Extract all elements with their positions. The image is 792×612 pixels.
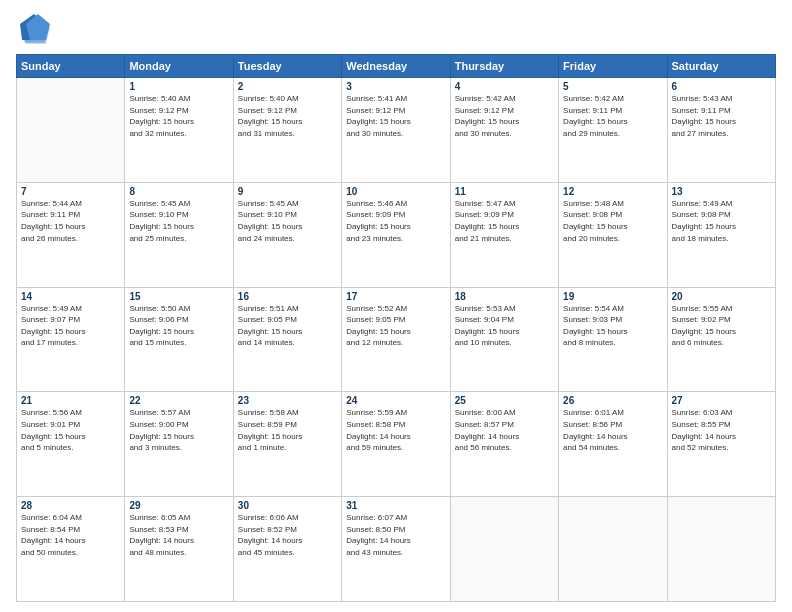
table-row: 12Sunrise: 5:48 AM Sunset: 9:08 PM Dayli…	[559, 182, 667, 287]
day-info: Sunrise: 6:06 AM Sunset: 8:52 PM Dayligh…	[238, 512, 337, 558]
table-row: 31Sunrise: 6:07 AM Sunset: 8:50 PM Dayli…	[342, 497, 450, 602]
day-number: 7	[21, 186, 120, 197]
table-row: 21Sunrise: 5:56 AM Sunset: 9:01 PM Dayli…	[17, 392, 125, 497]
table-row: 3Sunrise: 5:41 AM Sunset: 9:12 PM Daylig…	[342, 78, 450, 183]
table-row: 30Sunrise: 6:06 AM Sunset: 8:52 PM Dayli…	[233, 497, 341, 602]
table-row: 27Sunrise: 6:03 AM Sunset: 8:55 PM Dayli…	[667, 392, 775, 497]
day-number: 13	[672, 186, 771, 197]
day-info: Sunrise: 5:50 AM Sunset: 9:06 PM Dayligh…	[129, 303, 228, 349]
table-row: 4Sunrise: 5:42 AM Sunset: 9:12 PM Daylig…	[450, 78, 558, 183]
table-row: 5Sunrise: 5:42 AM Sunset: 9:11 PM Daylig…	[559, 78, 667, 183]
table-row: 20Sunrise: 5:55 AM Sunset: 9:02 PM Dayli…	[667, 287, 775, 392]
day-number: 9	[238, 186, 337, 197]
col-thursday: Thursday	[450, 55, 558, 78]
table-row: 9Sunrise: 5:45 AM Sunset: 9:10 PM Daylig…	[233, 182, 341, 287]
day-number: 18	[455, 291, 554, 302]
table-row: 10Sunrise: 5:46 AM Sunset: 9:09 PM Dayli…	[342, 182, 450, 287]
day-info: Sunrise: 5:46 AM Sunset: 9:09 PM Dayligh…	[346, 198, 445, 244]
table-row: 17Sunrise: 5:52 AM Sunset: 9:05 PM Dayli…	[342, 287, 450, 392]
table-row: 18Sunrise: 5:53 AM Sunset: 9:04 PM Dayli…	[450, 287, 558, 392]
table-row: 25Sunrise: 6:00 AM Sunset: 8:57 PM Dayli…	[450, 392, 558, 497]
day-info: Sunrise: 5:58 AM Sunset: 8:59 PM Dayligh…	[238, 407, 337, 453]
calendar-header-row: Sunday Monday Tuesday Wednesday Thursday…	[17, 55, 776, 78]
table-row: 29Sunrise: 6:05 AM Sunset: 8:53 PM Dayli…	[125, 497, 233, 602]
col-monday: Monday	[125, 55, 233, 78]
day-number: 20	[672, 291, 771, 302]
day-info: Sunrise: 5:51 AM Sunset: 9:05 PM Dayligh…	[238, 303, 337, 349]
day-number: 17	[346, 291, 445, 302]
table-row: 11Sunrise: 5:47 AM Sunset: 9:09 PM Dayli…	[450, 182, 558, 287]
day-info: Sunrise: 5:53 AM Sunset: 9:04 PM Dayligh…	[455, 303, 554, 349]
table-row: 7Sunrise: 5:44 AM Sunset: 9:11 PM Daylig…	[17, 182, 125, 287]
day-number: 15	[129, 291, 228, 302]
day-number: 8	[129, 186, 228, 197]
table-row: 14Sunrise: 5:49 AM Sunset: 9:07 PM Dayli…	[17, 287, 125, 392]
day-info: Sunrise: 6:00 AM Sunset: 8:57 PM Dayligh…	[455, 407, 554, 453]
day-number: 26	[563, 395, 662, 406]
day-info: Sunrise: 5:54 AM Sunset: 9:03 PM Dayligh…	[563, 303, 662, 349]
day-info: Sunrise: 5:42 AM Sunset: 9:12 PM Dayligh…	[455, 93, 554, 139]
day-info: Sunrise: 5:56 AM Sunset: 9:01 PM Dayligh…	[21, 407, 120, 453]
day-info: Sunrise: 5:59 AM Sunset: 8:58 PM Dayligh…	[346, 407, 445, 453]
day-info: Sunrise: 6:01 AM Sunset: 8:56 PM Dayligh…	[563, 407, 662, 453]
day-info: Sunrise: 5:49 AM Sunset: 9:07 PM Dayligh…	[21, 303, 120, 349]
day-number: 2	[238, 81, 337, 92]
day-info: Sunrise: 6:03 AM Sunset: 8:55 PM Dayligh…	[672, 407, 771, 453]
day-number: 12	[563, 186, 662, 197]
table-row: 2Sunrise: 5:40 AM Sunset: 9:12 PM Daylig…	[233, 78, 341, 183]
table-row: 15Sunrise: 5:50 AM Sunset: 9:06 PM Dayli…	[125, 287, 233, 392]
col-sunday: Sunday	[17, 55, 125, 78]
day-info: Sunrise: 6:05 AM Sunset: 8:53 PM Dayligh…	[129, 512, 228, 558]
day-number: 14	[21, 291, 120, 302]
day-info: Sunrise: 5:40 AM Sunset: 9:12 PM Dayligh…	[129, 93, 228, 139]
table-row: 6Sunrise: 5:43 AM Sunset: 9:11 PM Daylig…	[667, 78, 775, 183]
col-saturday: Saturday	[667, 55, 775, 78]
calendar-week-row: 1Sunrise: 5:40 AM Sunset: 9:12 PM Daylig…	[17, 78, 776, 183]
calendar-week-row: 7Sunrise: 5:44 AM Sunset: 9:11 PM Daylig…	[17, 182, 776, 287]
day-number: 28	[21, 500, 120, 511]
table-row	[450, 497, 558, 602]
day-info: Sunrise: 6:04 AM Sunset: 8:54 PM Dayligh…	[21, 512, 120, 558]
day-number: 25	[455, 395, 554, 406]
day-info: Sunrise: 5:45 AM Sunset: 9:10 PM Dayligh…	[129, 198, 228, 244]
day-number: 22	[129, 395, 228, 406]
day-info: Sunrise: 5:55 AM Sunset: 9:02 PM Dayligh…	[672, 303, 771, 349]
table-row: 22Sunrise: 5:57 AM Sunset: 9:00 PM Dayli…	[125, 392, 233, 497]
day-info: Sunrise: 6:07 AM Sunset: 8:50 PM Dayligh…	[346, 512, 445, 558]
table-row: 19Sunrise: 5:54 AM Sunset: 9:03 PM Dayli…	[559, 287, 667, 392]
logo	[16, 12, 56, 48]
day-number: 31	[346, 500, 445, 511]
logo-icon	[16, 12, 52, 48]
table-row: 13Sunrise: 5:49 AM Sunset: 9:08 PM Dayli…	[667, 182, 775, 287]
day-info: Sunrise: 5:52 AM Sunset: 9:05 PM Dayligh…	[346, 303, 445, 349]
day-info: Sunrise: 5:47 AM Sunset: 9:09 PM Dayligh…	[455, 198, 554, 244]
table-row: 24Sunrise: 5:59 AM Sunset: 8:58 PM Dayli…	[342, 392, 450, 497]
day-number: 16	[238, 291, 337, 302]
day-number: 24	[346, 395, 445, 406]
day-info: Sunrise: 5:57 AM Sunset: 9:00 PM Dayligh…	[129, 407, 228, 453]
day-number: 29	[129, 500, 228, 511]
col-tuesday: Tuesday	[233, 55, 341, 78]
day-number: 3	[346, 81, 445, 92]
day-info: Sunrise: 5:49 AM Sunset: 9:08 PM Dayligh…	[672, 198, 771, 244]
calendar-page: Sunday Monday Tuesday Wednesday Thursday…	[0, 0, 792, 612]
calendar-table: Sunday Monday Tuesday Wednesday Thursday…	[16, 54, 776, 602]
day-number: 30	[238, 500, 337, 511]
day-info: Sunrise: 5:48 AM Sunset: 9:08 PM Dayligh…	[563, 198, 662, 244]
day-number: 21	[21, 395, 120, 406]
day-info: Sunrise: 5:42 AM Sunset: 9:11 PM Dayligh…	[563, 93, 662, 139]
table-row	[667, 497, 775, 602]
col-wednesday: Wednesday	[342, 55, 450, 78]
calendar-week-row: 28Sunrise: 6:04 AM Sunset: 8:54 PM Dayli…	[17, 497, 776, 602]
day-number: 1	[129, 81, 228, 92]
table-row	[17, 78, 125, 183]
day-info: Sunrise: 5:43 AM Sunset: 9:11 PM Dayligh…	[672, 93, 771, 139]
table-row: 16Sunrise: 5:51 AM Sunset: 9:05 PM Dayli…	[233, 287, 341, 392]
day-info: Sunrise: 5:40 AM Sunset: 9:12 PM Dayligh…	[238, 93, 337, 139]
day-number: 23	[238, 395, 337, 406]
day-number: 5	[563, 81, 662, 92]
day-info: Sunrise: 5:44 AM Sunset: 9:11 PM Dayligh…	[21, 198, 120, 244]
calendar-week-row: 14Sunrise: 5:49 AM Sunset: 9:07 PM Dayli…	[17, 287, 776, 392]
day-number: 4	[455, 81, 554, 92]
table-row	[559, 497, 667, 602]
